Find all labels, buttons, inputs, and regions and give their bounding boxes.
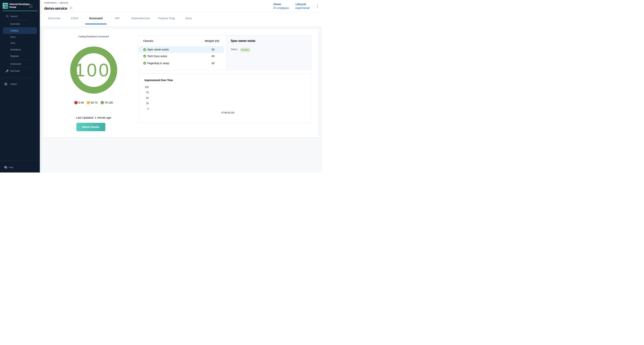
svg-text:?: ?: [5, 166, 6, 168]
